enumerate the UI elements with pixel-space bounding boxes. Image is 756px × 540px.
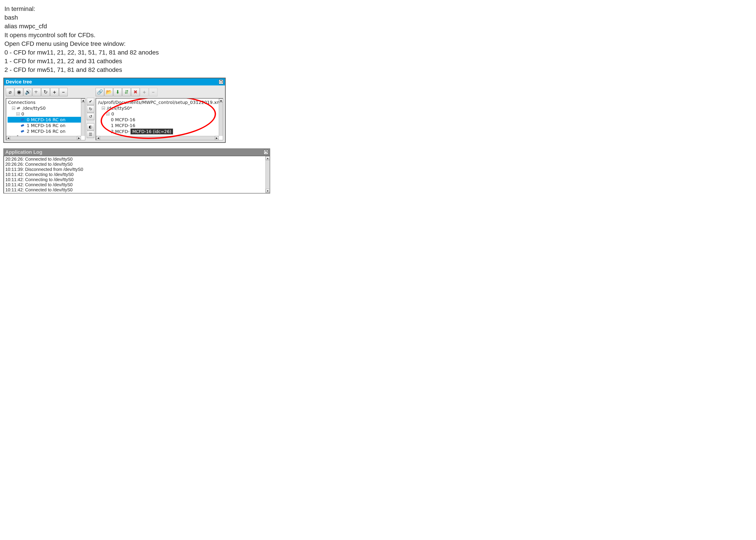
scroll-right-icon[interactable]: ▶ bbox=[215, 136, 219, 140]
window-title: Application Log bbox=[5, 149, 42, 155]
text-line: 1 - CFD for mw11, 21, 22 and 31 cathodes bbox=[4, 57, 752, 66]
device-tree-window: Device tree ❐ ⌀ ◉ 🔊 ᯤ ↻ ＋ － Connec bbox=[4, 78, 225, 142]
log-titlebar[interactable]: Application Log ❐ bbox=[4, 149, 270, 156]
text-line: 0 - CFD for mw11, 21, 22, 31, 51, 71, 81… bbox=[4, 48, 752, 57]
scroll-up-icon[interactable]: ▲ bbox=[219, 98, 223, 102]
connections-tree[interactable]: Connections − /dev/ttyS0 − 0 bbox=[6, 98, 85, 140]
log-line: 10:11:42: Connecting to /dev/ttyS0 bbox=[5, 177, 268, 182]
tree-bus[interactable]: − 0 bbox=[8, 111, 84, 117]
text-line: alias mwpc_cfd bbox=[4, 22, 752, 31]
download-icon[interactable]: ⬇ bbox=[113, 88, 122, 96]
device-tree-titlebar[interactable]: Device tree ❐ bbox=[4, 78, 225, 85]
app-area: Device tree ❐ ⌀ ◉ 🔊 ᯤ ↻ ＋ － Connec bbox=[3, 78, 226, 143]
log-line: 10:11:39: Disconnected from /dev/ttyS0 bbox=[5, 167, 268, 172]
v-scrollbar[interactable]: ▲ ▼ bbox=[266, 156, 270, 193]
remove-disabled-icon: － bbox=[149, 88, 158, 96]
tree-label: /dev/ttyS0 bbox=[23, 105, 46, 111]
config-toolbar: 🔗 📂 ⬇ ⇵ ✖ ＋ － bbox=[96, 87, 223, 98]
tree-label: 1 MCFD-16 RC on bbox=[27, 123, 65, 128]
scroll-down-icon[interactable]: ▼ bbox=[266, 189, 270, 193]
link-icon[interactable]: 🔗 bbox=[96, 88, 104, 96]
restore-icon[interactable]: ❐ bbox=[219, 80, 223, 84]
refresh-icon[interactable]: ↻ bbox=[41, 88, 50, 96]
tree-label: 2 MCFD- bbox=[111, 129, 129, 134]
scroll-up-icon[interactable]: ▲ bbox=[81, 98, 85, 102]
scroll-left-icon[interactable]: ◀ bbox=[96, 136, 100, 140]
text-line: In terminal: bbox=[4, 4, 752, 13]
config-path[interactable]: /u/profi/Documents/MWPC_control/setup_03… bbox=[97, 99, 221, 105]
collapse-icon[interactable]: − bbox=[102, 107, 105, 110]
close-icon[interactable]: ✖ bbox=[131, 88, 140, 96]
collapse-icon[interactable]: − bbox=[12, 107, 15, 110]
tree-root[interactable]: Connections bbox=[8, 99, 84, 105]
add-icon[interactable]: ＋ bbox=[50, 88, 59, 96]
tree-device-0[interactable]: 0 MCFD-16 RC on bbox=[8, 117, 84, 123]
plug-icon bbox=[21, 118, 26, 121]
plug-icon bbox=[21, 129, 26, 133]
tree-label: 0 bbox=[21, 111, 24, 117]
plug-icon bbox=[21, 124, 26, 127]
config-panel: 🔗 📂 ⬇ ⇵ ✖ ＋ － /u/profi/Documents/MWPC_co… bbox=[96, 87, 223, 140]
check-icon[interactable]: ✔ bbox=[87, 98, 94, 105]
config-device-1[interactable]: 1 MCFD-16 bbox=[97, 123, 221, 128]
application-log-window: Application Log ❐ 20:26:26: Connected to… bbox=[3, 148, 270, 194]
log-line: 20:26:26: Connected to /dev/ttyS0 bbox=[5, 157, 268, 162]
v-scrollbar[interactable]: ▲ bbox=[81, 98, 85, 136]
list-icon[interactable]: ☰ bbox=[87, 131, 94, 138]
scroll-up-icon[interactable]: ▲ bbox=[266, 156, 270, 160]
h-scrollbar[interactable]: ◀ ▶ bbox=[96, 136, 219, 140]
text-line: It opens mycontrol soft for CFDs. bbox=[4, 31, 752, 39]
restore-icon[interactable]: ❐ bbox=[264, 150, 268, 154]
tree-device-2[interactable]: 2 MCFD-16 RC on bbox=[8, 128, 84, 134]
config-device-0[interactable]: 0 MCFD-16 bbox=[97, 117, 221, 123]
window-title: Device tree bbox=[6, 79, 32, 85]
collapse-icon[interactable]: − bbox=[106, 112, 109, 115]
collapse-icon[interactable]: − bbox=[17, 112, 20, 115]
text-line: 2 - CFD for mw51, 71, 81 and 82 cathodes bbox=[4, 66, 752, 74]
config-device-2[interactable]: 2 MCFD- MCFD-16 (idc=26) bbox=[97, 128, 221, 135]
config-tree[interactable]: /u/profi/Documents/MWPC_control/setup_03… bbox=[96, 98, 223, 140]
scroll-left-icon[interactable]: ◀ bbox=[6, 136, 10, 140]
add-disabled-icon: ＋ bbox=[140, 88, 149, 96]
tree-device-1[interactable]: 1 MCFD-16 RC on bbox=[8, 123, 84, 128]
v-scrollbar[interactable]: ▲ bbox=[219, 98, 223, 136]
mid-toolbar: ✔ ↻ ↺ ◐ ☰ bbox=[87, 87, 94, 140]
tree-port[interactable]: − /dev/ttyS0 bbox=[8, 105, 84, 111]
record-icon[interactable]: ◉ bbox=[15, 88, 23, 96]
tree-label: 0 MCFD-16 RC on bbox=[27, 117, 65, 122]
text-line: bash bbox=[4, 13, 752, 22]
text-line: Open CFD menu using Device tree window: bbox=[4, 39, 752, 48]
tooltip: MCFD-16 (idc=26) bbox=[131, 129, 173, 134]
sync-left-icon[interactable]: ↺ bbox=[87, 113, 94, 120]
scroll-right-icon[interactable]: ▶ bbox=[77, 136, 81, 140]
upload-icon[interactable]: ⇵ bbox=[122, 88, 131, 96]
open-folder-icon[interactable]: 📂 bbox=[104, 88, 113, 96]
connections-toolbar: ⌀ ◉ 🔊 ᯤ ↻ ＋ － bbox=[6, 87, 85, 98]
log-line: 10:11:42: Connecting to /dev/ttyS0 bbox=[5, 172, 268, 177]
sync-right-icon[interactable]: ↻ bbox=[87, 105, 94, 113]
instruction-text: In terminal: bash alias mwpc_cfd It open… bbox=[0, 0, 756, 76]
connections-panel: ⌀ ◉ 🔊 ᯤ ↻ ＋ － Connections − bbox=[6, 87, 85, 140]
tree-label: 2 MCFD-16 RC on bbox=[27, 129, 65, 134]
tree-label: /u/profi/Documents/MWPC_control/setup_03… bbox=[98, 100, 221, 105]
plug-icon bbox=[17, 106, 22, 110]
config-port[interactable]: − /dev/ttyS0* bbox=[97, 105, 221, 111]
tree-label: 0 MCFD-16 bbox=[111, 117, 135, 122]
config-bus[interactable]: − 0 bbox=[97, 111, 221, 117]
remove-icon[interactable]: － bbox=[59, 88, 67, 96]
wifi-icon[interactable]: ᯤ bbox=[33, 88, 41, 96]
disconnect-icon[interactable]: ⌀ bbox=[6, 88, 14, 96]
log-line: 10:11:42: Connected to /dev/ttyS0 bbox=[5, 187, 268, 193]
h-scrollbar[interactable]: ◀ ▶ bbox=[6, 136, 81, 140]
toggle-icon[interactable]: ◐ bbox=[87, 123, 94, 130]
tree-label: Connections bbox=[8, 100, 36, 105]
log-content[interactable]: 20:26:26: Connected to /dev/ttyS0 20:26:… bbox=[4, 156, 270, 193]
tree-label: /dev/ttyS0* bbox=[107, 105, 132, 111]
log-line: 10:11:42: Connected to /dev/ttyS0 bbox=[5, 182, 268, 187]
log-line: 20:26:26: Connected to /dev/ttyS0 bbox=[5, 162, 268, 167]
tree-label: 0 bbox=[111, 111, 114, 117]
sound-icon[interactable]: 🔊 bbox=[24, 88, 32, 96]
tree-label: 1 MCFD-16 bbox=[111, 123, 135, 128]
